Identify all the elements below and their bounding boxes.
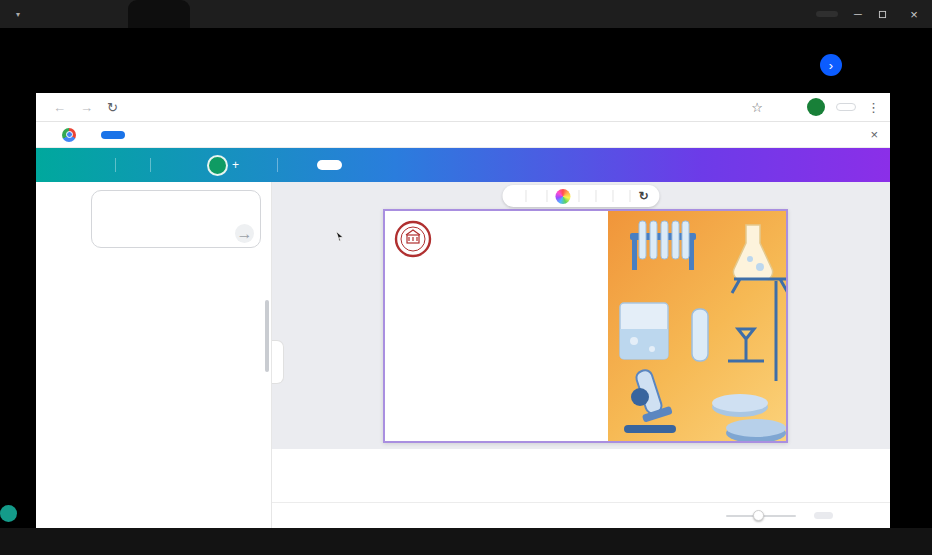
zoom-slider[interactable] bbox=[726, 515, 796, 517]
chrome-update-pill[interactable] bbox=[836, 103, 856, 111]
color-picker-button[interactable] bbox=[555, 189, 570, 204]
rotate-icon[interactable]: ↻ bbox=[638, 189, 648, 203]
titlebar-controls: ─ × bbox=[804, 7, 922, 22]
templates-panel: → bbox=[81, 182, 272, 528]
zoom-slider-thumb[interactable] bbox=[753, 510, 764, 521]
bookmark-star-icon[interactable]: ☆ bbox=[751, 100, 763, 115]
filmstrip bbox=[272, 449, 890, 502]
browser-actions: ☆ ⋮ bbox=[740, 98, 880, 116]
zoom-toolbar bbox=[0, 528, 932, 555]
pages-button[interactable] bbox=[814, 512, 833, 519]
share-button[interactable] bbox=[317, 160, 342, 170]
search-submit-button[interactable]: → bbox=[235, 224, 254, 243]
panel-scrollbar[interactable] bbox=[265, 300, 269, 372]
canva-header: + bbox=[36, 148, 890, 182]
lab-illustration bbox=[608, 211, 786, 441]
tab-shared-screen[interactable] bbox=[128, 0, 190, 28]
canva-avatar[interactable] bbox=[207, 155, 228, 176]
search-input[interactable] bbox=[100, 202, 256, 215]
template-search-box[interactable]: → bbox=[91, 190, 261, 248]
invite-plus-button[interactable]: + bbox=[232, 158, 239, 172]
annotation-pencil-button[interactable] bbox=[0, 505, 17, 522]
panel-collapse-button[interactable] bbox=[272, 340, 284, 384]
shared-screen: ← → ↻ ☆ ⋮ × bbox=[36, 93, 890, 528]
chrome-logo-icon bbox=[62, 128, 76, 142]
window-close-button[interactable]: × bbox=[906, 7, 922, 22]
design-canvas[interactable]: ↻ bbox=[272, 182, 890, 528]
canva-body: → bbox=[36, 182, 890, 528]
slide-page[interactable] bbox=[383, 209, 788, 443]
banner-close-icon[interactable]: × bbox=[870, 127, 878, 142]
browser-profile-avatar[interactable] bbox=[807, 98, 825, 116]
slide-orange-panel bbox=[608, 211, 786, 441]
participant-video-strip: › bbox=[0, 28, 932, 93]
university-seal bbox=[394, 220, 432, 258]
mouse-cursor bbox=[334, 230, 345, 243]
workspace-chevron-icon[interactable]: ▾ bbox=[16, 10, 20, 19]
canva-statusbar bbox=[272, 502, 890, 528]
next-participants-button[interactable]: › bbox=[820, 54, 842, 76]
browser-back-icon[interactable]: ← bbox=[53, 100, 66, 115]
account-group: + bbox=[207, 155, 239, 176]
window-maximize-button[interactable] bbox=[878, 10, 894, 19]
window-minimize-button[interactable]: ─ bbox=[850, 8, 866, 20]
browser-reload-icon[interactable]: ↻ bbox=[107, 100, 118, 115]
zoom-titlebar: ▾ ─ × bbox=[0, 0, 932, 28]
browser-menu-icon[interactable]: ⋮ bbox=[867, 100, 880, 115]
panel-tabs bbox=[91, 259, 261, 265]
canva-rail bbox=[36, 182, 81, 528]
context-toolbar: ↻ bbox=[502, 185, 659, 207]
default-browser-banner: × bbox=[36, 122, 890, 148]
view-button[interactable] bbox=[816, 11, 838, 17]
browser-forward-icon[interactable]: → bbox=[80, 100, 93, 115]
browser-toolbar: ← → ↻ ☆ ⋮ bbox=[36, 93, 890, 122]
set-default-button[interactable] bbox=[101, 131, 125, 139]
